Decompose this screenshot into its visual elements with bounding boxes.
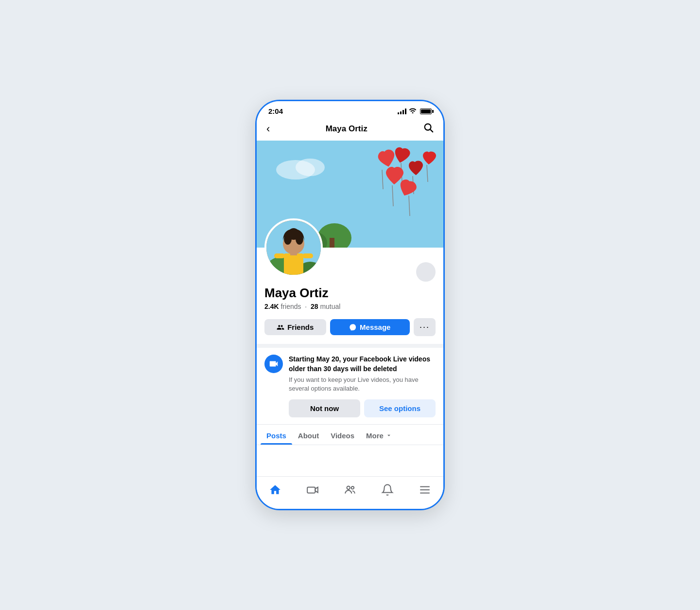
profile-photo-wrapper	[264, 218, 323, 277]
live-video-icon	[264, 355, 283, 373]
notification-body: If you want to keep your Live videos, yo…	[289, 376, 436, 393]
wifi-icon	[409, 108, 417, 115]
bottom-nav-friends[interactable]	[338, 481, 362, 499]
bell-icon	[381, 484, 394, 496]
svg-rect-23	[274, 253, 285, 258]
tab-videos-label: Videos	[331, 431, 354, 440]
notification-title: Starting May 20, your Facebook Live vide…	[289, 355, 436, 374]
not-now-button[interactable]: Not now	[289, 399, 360, 417]
profile-friends-info: 2.4K friends · 28 mutual	[264, 303, 436, 310]
svg-point-27	[347, 486, 350, 489]
svg-rect-26	[307, 487, 315, 493]
more-dots-label: ···	[420, 322, 430, 332]
svg-rect-13	[330, 238, 334, 248]
notification-text-area: Starting May 20, your Facebook Live vide…	[289, 355, 436, 417]
svg-rect-24	[302, 253, 313, 258]
home-icon	[269, 484, 281, 496]
signal-icon	[398, 108, 406, 114]
mutual-label: mutual	[320, 303, 340, 310]
bottom-nav-video[interactable]	[300, 481, 325, 499]
video-icon	[306, 484, 319, 496]
camera-live-icon	[268, 359, 279, 369]
tab-more-label: More	[366, 431, 384, 440]
status-icons	[398, 108, 432, 115]
action-buttons: Friends Message ···	[264, 318, 436, 336]
tab-posts-label: Posts	[266, 431, 286, 440]
profile-section: Maya Ortiz 2.4K friends · 28 mutual Frie…	[257, 248, 443, 344]
tab-about-label: About	[298, 431, 319, 440]
tab-more[interactable]: More	[360, 425, 398, 445]
tab-posts[interactable]: Posts	[261, 425, 292, 445]
back-button[interactable]: ‹	[266, 123, 270, 135]
svg-line-1	[431, 130, 433, 132]
notification-actions: Not now See options	[289, 399, 436, 417]
mutual-count: 28	[311, 303, 318, 310]
messenger-icon	[349, 323, 357, 331]
section-divider-1	[257, 344, 443, 348]
friends-button[interactable]: Friends	[264, 319, 326, 335]
navigation-bar: ‹ Maya Ortiz	[257, 118, 443, 141]
svg-point-22	[288, 228, 299, 240]
svg-point-4	[296, 159, 325, 176]
notification-content: Starting May 20, your Facebook Live vide…	[264, 355, 436, 417]
bottom-nav-home[interactable]	[263, 481, 287, 499]
message-button[interactable]: Message	[330, 319, 410, 335]
profile-name: Maya Ortiz	[264, 286, 436, 301]
scroll-content: Maya Ortiz 2.4K friends · 28 mutual Frie…	[257, 141, 443, 510]
search-button[interactable]	[423, 122, 434, 136]
friends-count: 2.4K	[264, 303, 279, 310]
tab-videos[interactable]: Videos	[325, 425, 360, 445]
friends-button-label: Friends	[287, 323, 314, 331]
page-title: Maya Ortiz	[326, 124, 368, 134]
status-time: 2:04	[268, 107, 283, 115]
menu-icon	[419, 484, 431, 496]
message-button-label: Message	[360, 323, 390, 331]
svg-point-25	[422, 269, 429, 275]
profile-photo	[264, 218, 323, 277]
bottom-navigation	[257, 476, 443, 509]
friends-label: friends	[280, 303, 301, 310]
svg-point-0	[425, 124, 431, 130]
bottom-nav-menu[interactable]	[413, 481, 437, 499]
phone-frame: 2:04 ‹ Maya Ortiz	[255, 100, 445, 510]
friends-nav-icon	[344, 484, 356, 496]
svg-rect-17	[284, 253, 303, 275]
profile-tabs: Posts About Videos More	[257, 425, 443, 445]
notification-banner: Starting May 20, your Facebook Live vide…	[257, 348, 443, 424]
see-options-button[interactable]: See options	[364, 399, 436, 417]
status-bar: 2:04	[257, 101, 443, 118]
chevron-down-icon	[385, 432, 392, 439]
bottom-nav-notifications[interactable]	[375, 481, 400, 499]
more-circle-button[interactable]	[416, 262, 436, 282]
battery-icon	[420, 108, 432, 114]
more-options-button[interactable]: ···	[414, 318, 436, 336]
svg-point-28	[351, 486, 354, 489]
tab-about[interactable]: About	[292, 425, 325, 445]
friends-icon	[277, 323, 284, 331]
